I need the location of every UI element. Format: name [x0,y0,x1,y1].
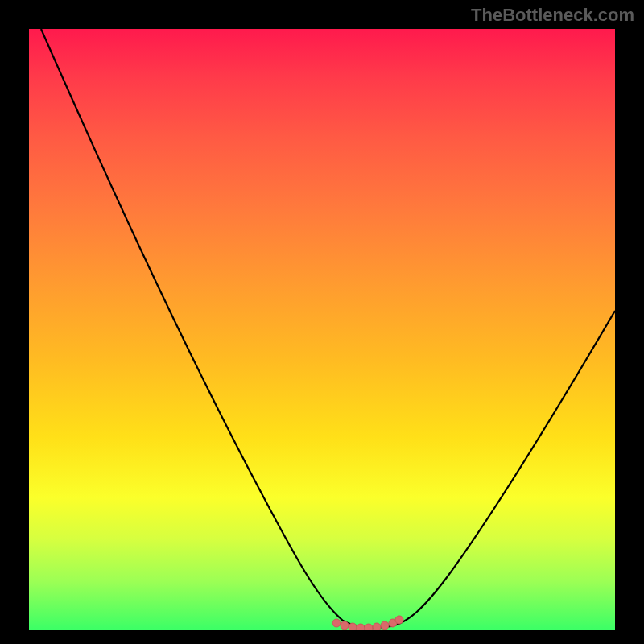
plot-area [29,29,615,630]
svg-point-5 [373,623,381,630]
svg-point-3 [357,624,365,630]
optimal-marker [332,616,403,630]
chart-frame: TheBottleneck.com [0,0,644,644]
svg-point-2 [349,623,357,630]
svg-point-4 [365,624,373,630]
svg-point-0 [332,619,341,627]
svg-point-1 [341,621,349,630]
svg-point-6 [381,621,389,630]
svg-point-8 [395,616,403,624]
watermark-text: TheBottleneck.com [471,5,634,26]
bottleneck-curve [41,29,615,628]
bottleneck-curve-svg [29,29,615,630]
